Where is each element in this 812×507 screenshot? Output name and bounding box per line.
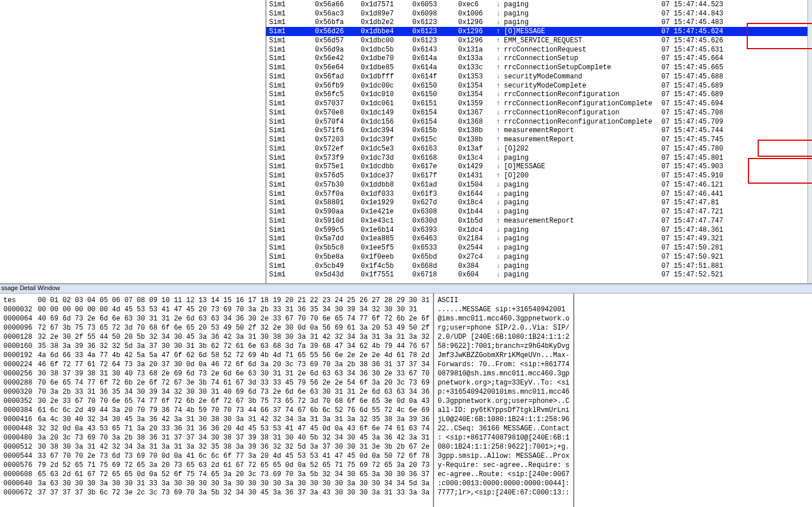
message-table[interactable]: Sim10x56a660x1d75710x60530xec6↓paging07 … [266,0,812,283]
arrow-down-icon: ↓ [496,208,500,216]
table-row[interactable]: Sim10x5cb490x1f4c5b0x668d0x384↓paging07 … [266,262,812,271]
arrow-down-icon: ↓ [496,226,500,234]
table-row[interactable]: Sim10x590aa0x1e421e0x63080x1b44↓paging07… [266,207,812,216]
cell-v1: 0x573f9 [315,154,361,162]
table-row[interactable]: Sim10x575e10x1dcdbb0x617e0x1429↓[O]MESSA… [266,163,812,172]
cell-time: 07 15:47:52.521 [661,271,753,279]
table-row[interactable]: Sim10x56fb90x1dc00c0x61500x1354↑security… [266,81,812,90]
cell-sim: Sim1 [269,118,315,126]
cell-msg: [O]MESSAGE [504,27,661,35]
table-row[interactable]: Sim10x576d50x1dce370x617f0x1431↑[O]20007… [266,171,812,180]
cell-sim: Sim1 [269,18,315,26]
cell-time: 07 15:47:49.321 [661,235,753,243]
cell-v3: 0x614a [412,54,458,62]
arrow-down-icon: ↓ [496,1,500,9]
cell-v2: 0x1dbe70 [361,54,412,62]
cell-v1: 0x57037 [315,100,361,108]
arrow-down-icon: ↓ [496,54,500,62]
table-row[interactable]: Sim10x5b5c80x1ee5f50x65330x2544↓paging07… [266,243,812,252]
cell-sim: Sim1 [269,37,315,45]
arrow-up-icon: ↑ [496,37,500,45]
table-row[interactable]: Sim10x57b300x1ddbb80x61ad0x1504↓paging07… [266,180,812,189]
cell-v2: 0x1f4c5b [361,262,412,270]
cell-v4: 0x1006 [458,10,492,18]
cell-v1: 0x56fad [315,73,361,81]
cell-v2: 0x1dc73d [361,154,412,162]
table-row[interactable]: Sim10x570370x1dc0610x61510x1359↑rrcConne… [266,99,812,108]
cell-sim: Sim1 [269,199,315,207]
table-row[interactable]: Sim10x599c50x1e6b140x63930x1dc4↓paging07… [266,225,812,235]
arrow-down-icon: ↓ [496,190,500,198]
cell-v4: 0x1359 [458,100,492,108]
table-row[interactable]: Sim10x5a7dd0x1ea8850x64630x2184↓paging07… [266,235,812,244]
table-row[interactable]: Sim10x56d570x1dbc000x61230x1296↑EMM_SERV… [266,36,812,45]
table-row[interactable]: Sim10x56ac30x1d89e70x60980x1006↓paging07… [266,9,812,18]
table-row[interactable]: Sim10x56d9a0x1dbc5b0x61430x131a↑rrcConne… [266,45,812,54]
table-row[interactable]: Sim10x570e80x1dc1490x61540x1367↓rrcConne… [266,108,812,117]
cell-time: 07 15:47:45.801 [661,154,753,162]
cell-v4: 0x2544 [458,244,492,252]
cell-v4: 0x133c [458,64,492,72]
cell-v1: 0x590aa [315,208,361,216]
cell-v2: 0x1dc394 [361,126,412,134]
cell-sim: Sim1 [269,82,315,90]
cell-v2: 0x1d89e7 [361,10,412,18]
arrow-down-icon: ↓ [496,199,500,207]
arrow-down-icon: ↓ [496,262,500,270]
arrow-down-icon: ↓ [496,244,500,252]
table-row[interactable]: Sim10x571f60x1dc3940x615b0x138b↑measurem… [266,126,812,136]
cell-v4: 0x1504 [458,181,492,189]
table-row[interactable]: Sim10x57f0a0x1df0330x61f30x1644↓paging07… [266,189,812,199]
table-row[interactable]: Sim10x588010x1e19290x627d0x18c4↓paging07… [266,199,812,208]
cell-v4: 0x1368 [458,118,492,126]
cell-time: 07 15:47:46.441 [661,190,753,198]
table-row[interactable]: Sim10x56fad0x1dbfff0x614f0x1353↓security… [266,72,812,81]
empty-panel [574,294,812,507]
table-row[interactable]: Sim10x56bfa0x1db2e20x61230x1296↓paging07… [266,18,812,27]
cell-v3: 0x668d [412,262,458,270]
cell-v1: 0x570e8 [315,109,361,117]
cell-v4: 0x131a [458,46,492,54]
cell-v2: 0x1e421e [361,208,412,216]
table-row[interactable]: Sim10x5be8a0x1f0eeb0x65bd0x27c4↓paging07… [266,252,812,262]
cell-v4: 0xec6 [458,1,492,9]
table-row[interactable]: Sim10x572ef0x1dc5e30x61630x13af↓[O]20207… [266,144,812,153]
cell-v4: 0x604 [458,271,492,279]
cell-v1: 0x5d43d [315,271,361,279]
cell-time: 07 15:47:50.281 [661,244,753,252]
cell-msg: EMM_SERVICE_REQUEST [504,37,661,45]
cell-v3: 0x615b [412,126,458,134]
table-row[interactable]: Sim10x573f90x1dc73d0x61680x13c4↓paging07… [266,153,812,163]
table-row[interactable]: Sim10x56d260x1dbbe40x61230x1296↑[O]MESSA… [266,27,812,36]
table-row[interactable]: Sim10x56fc50x1dc0100x61500x1354↓rrcConne… [266,90,812,100]
table-row[interactable]: Sim10x5d43d0x1f75510x67180x604↓paging07 … [266,271,812,280]
cell-msg: paging [504,18,661,26]
table-row[interactable]: Sim10x56e420x1dbe700x614a0x133a↓rrcConne… [266,54,812,64]
cell-time: 07 15:47:45.689 [661,90,753,98]
cell-msg: measurementReport [504,126,661,134]
cell-sim: Sim1 [269,145,315,153]
table-row[interactable]: Sim10x56a660x1d75710x60530xec6↓paging07 … [266,0,812,9]
cell-v3: 0x6154 [412,118,458,126]
table-row[interactable]: Sim10x56e640x1dbe850x614a0x133c↑rrcConne… [266,63,812,72]
cell-v1: 0x56e64 [315,64,361,72]
arrow-up-icon: ↑ [496,82,500,90]
cell-v4: 0x1b44 [458,208,492,216]
cell-sim: Sim1 [269,253,315,261]
cell-time: 07 15:47:47.81 [661,199,753,207]
cell-v3: 0x6151 [412,100,458,108]
table-row[interactable]: Sim10x570f40x1dc1560x61540x1368↑rrcConne… [266,117,812,126]
cell-msg: paging [504,190,661,198]
table-row[interactable]: Sim10x572030x1dc39f0x615c0x138b↑measurem… [266,135,812,144]
cell-v3: 0x6143 [412,46,458,54]
cell-time: 07 15:47:45.665 [661,64,753,72]
cell-v4: 0x138b [458,126,492,134]
scrollbar[interactable] [807,0,812,283]
table-row[interactable]: Sim10x5910d0x1e43c10x630d0x1b5d↑measurem… [266,216,812,225]
cell-v1: 0x5a7dd [315,235,361,243]
cell-time: 07 15:47:45.903 [661,163,753,171]
arrow-down-icon: ↓ [496,163,500,171]
arrow-down-icon: ↓ [496,235,500,243]
cell-v4: 0x1353 [458,73,492,81]
cell-v1: 0x570f4 [315,118,361,126]
